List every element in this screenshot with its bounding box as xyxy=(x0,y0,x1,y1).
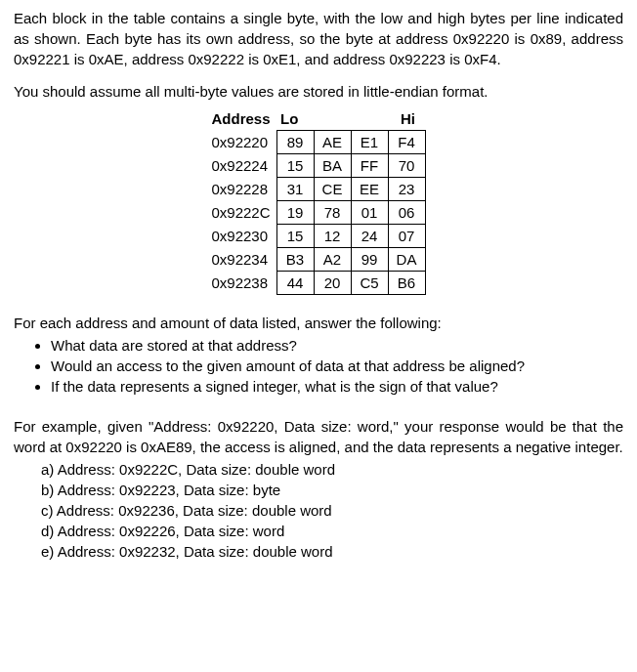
byte-cell: 07 xyxy=(388,225,425,248)
addr-cell: 0x92228 xyxy=(211,178,276,201)
bullet-item: If the data represents a signed integer,… xyxy=(51,376,623,397)
byte-cell: 12 xyxy=(314,225,351,248)
memory-table-wrapper: Address Lo Hi 0x92220 89 AE E1 F4 0x9222… xyxy=(14,107,623,295)
sub-question: b) Address: 0x92223, Data size: byte xyxy=(41,480,623,500)
example-paragraph: For example, given "Address: 0x92220, Da… xyxy=(14,416,623,457)
header-lo: Lo xyxy=(276,107,351,131)
bullet-item: Would an access to the given amount of d… xyxy=(51,356,623,376)
table-row: 0x92238 44 20 C5 B6 xyxy=(211,272,425,295)
byte-cell: 19 xyxy=(276,201,314,225)
byte-cell: 44 xyxy=(276,272,314,295)
table-row: 0x92230 15 12 24 07 xyxy=(211,225,425,248)
sub-question: c) Address: 0x92236, Data size: double w… xyxy=(41,500,623,521)
addr-cell: 0x92230 xyxy=(211,225,276,248)
byte-cell: 24 xyxy=(351,225,388,248)
table-row: 0x92224 15 BA FF 70 xyxy=(211,154,425,178)
sub-question: a) Address: 0x9222C, Data size: double w… xyxy=(41,459,623,480)
byte-cell: C5 xyxy=(351,272,388,295)
addr-cell: 0x92220 xyxy=(211,131,276,154)
sub-question: d) Address: 0x92226, Data size: word xyxy=(41,521,623,541)
byte-cell: A2 xyxy=(314,248,351,272)
sub-question-list: a) Address: 0x9222C, Data size: double w… xyxy=(41,459,623,562)
byte-cell: 70 xyxy=(388,154,425,178)
byte-cell: BA xyxy=(314,154,351,178)
table-row: 0x92220 89 AE E1 F4 xyxy=(211,131,425,154)
byte-cell: 01 xyxy=(351,201,388,225)
byte-cell: 15 xyxy=(276,225,314,248)
byte-cell: 15 xyxy=(276,154,314,178)
byte-cell: B6 xyxy=(388,272,425,295)
questions-intro: For each address and amount of data list… xyxy=(14,313,623,333)
byte-cell: FF xyxy=(351,154,388,178)
memory-table: Address Lo Hi 0x92220 89 AE E1 F4 0x9222… xyxy=(211,107,425,295)
byte-cell: 20 xyxy=(314,272,351,295)
byte-cell: EE xyxy=(351,178,388,201)
byte-cell: CE xyxy=(314,178,351,201)
addr-cell: 0x92224 xyxy=(211,154,276,178)
byte-cell: E1 xyxy=(351,131,388,154)
header-hi: Hi xyxy=(351,107,425,131)
header-address: Address xyxy=(211,107,276,131)
table-row: 0x92228 31 CE EE 23 xyxy=(211,178,425,201)
table-row: 0x9222C 19 78 01 06 xyxy=(211,201,425,225)
byte-cell: 06 xyxy=(388,201,425,225)
assumption-paragraph: You should assume all multi-byte values … xyxy=(14,81,623,102)
question-bullet-list: What data are stored at that address? Wo… xyxy=(51,335,623,397)
byte-cell: DA xyxy=(388,248,425,272)
byte-cell: 78 xyxy=(314,201,351,225)
byte-cell: 31 xyxy=(276,178,314,201)
byte-cell: F4 xyxy=(388,131,425,154)
byte-cell: 99 xyxy=(351,248,388,272)
addr-cell: 0x92238 xyxy=(211,272,276,295)
byte-cell: 89 xyxy=(276,131,314,154)
byte-cell: B3 xyxy=(276,248,314,272)
bullet-item: What data are stored at that address? xyxy=(51,335,623,356)
byte-cell: 23 xyxy=(388,178,425,201)
intro-paragraph: Each block in the table contains a singl… xyxy=(14,8,623,69)
sub-question: e) Address: 0x92232, Data size: double w… xyxy=(41,541,623,562)
addr-cell: 0x9222C xyxy=(211,201,276,225)
table-row: 0x92234 B3 A2 99 DA xyxy=(211,248,425,272)
addr-cell: 0x92234 xyxy=(211,248,276,272)
byte-cell: AE xyxy=(314,131,351,154)
